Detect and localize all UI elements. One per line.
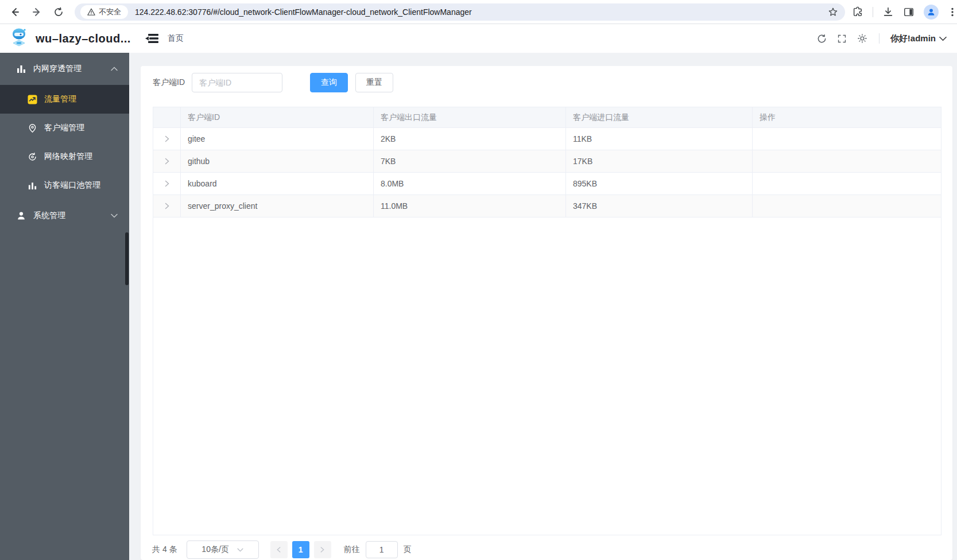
search-button[interactable]: 查询 (310, 73, 348, 92)
downloads-button[interactable] (882, 6, 894, 18)
table-row: gitee 2KB 11KB (153, 128, 941, 150)
bookmark-star-button[interactable] (828, 7, 838, 17)
header-divider (879, 33, 879, 44)
sidebar-group-label: 系统管理 (33, 211, 65, 221)
header-outbound-flow: 客户端出口流量 (374, 107, 566, 127)
flow-table: 客户端ID 客户端出口流量 客户端进口流量 操作 gitee 2KB 11KB … (153, 107, 941, 535)
sidebar-item-network-mapping[interactable]: 网络映射管理 (0, 142, 129, 171)
row-expand-button[interactable] (164, 180, 170, 187)
header-actions: 操作 (753, 107, 941, 127)
row-expand-button[interactable] (164, 135, 170, 142)
cell-outbound: 2KB (374, 128, 566, 150)
download-icon (882, 6, 894, 18)
sidebar-group-label: 内网穿透管理 (33, 64, 82, 74)
cell-inbound: 347KB (566, 195, 753, 217)
chevron-right-icon (320, 546, 325, 553)
chevron-down-icon (237, 548, 243, 552)
reset-button[interactable]: 重置 (355, 73, 393, 92)
url-text[interactable]: 124.222.48.62:30776/#/cloud_network-Clie… (135, 7, 828, 17)
sidebar-item-label: 客户端管理 (44, 123, 84, 133)
sidebar-item-client-manager[interactable]: 客户端管理 (0, 114, 129, 142)
sidebar-scrollbar-thumb[interactable] (125, 232, 129, 285)
bar-chart-icon (28, 181, 37, 190)
sidebar-item-flow-manager[interactable]: 流量管理 (0, 85, 129, 114)
address-bar[interactable]: 不安全 124.222.48.62:30776/#/cloud_network-… (75, 3, 845, 21)
app-title: wu–lazy–cloud... (36, 32, 131, 45)
header-client-id: 客户端ID (181, 107, 374, 127)
refresh-button[interactable] (816, 33, 828, 44)
next-page-button[interactable] (314, 541, 331, 558)
cell-actions (753, 150, 941, 172)
table-row: kuboard 8.0MB 895KB (153, 173, 941, 195)
chevron-left-icon (276, 546, 281, 553)
chevron-down-icon (939, 36, 947, 41)
reload-icon (53, 7, 64, 17)
sun-icon (857, 33, 867, 44)
user-icon (16, 211, 26, 221)
user-menu[interactable]: 你好!admin (890, 33, 947, 44)
row-expand-button[interactable] (164, 158, 170, 165)
sidebar-item-label: 网络映射管理 (44, 151, 92, 162)
browser-back-button[interactable] (8, 5, 22, 19)
chevron-down-icon (111, 213, 118, 218)
cell-actions (753, 128, 941, 150)
fullscreen-button[interactable] (836, 33, 848, 44)
cell-actions (753, 195, 941, 217)
not-secure-warning-icon (87, 8, 95, 16)
extensions-button[interactable] (852, 6, 863, 18)
cell-client-id: gitee (181, 128, 374, 150)
sidebar-collapse-button[interactable] (145, 32, 160, 45)
page-number-1[interactable]: 1 (292, 541, 309, 558)
back-arrow-icon (10, 7, 20, 17)
sidebar-item-visitor-port-pool[interactable]: 访客端口池管理 (0, 171, 129, 200)
star-icon (828, 7, 838, 17)
browser-actions (852, 5, 957, 20)
filter-bar: 客户端ID 查询 重置 (153, 73, 393, 92)
sidebar-group-system[interactable]: 系统管理 (0, 200, 129, 232)
header-expand-column (153, 107, 181, 127)
sidebar-item-label: 访客端口池管理 (44, 180, 100, 190)
cell-client-id: github (181, 150, 374, 172)
page-size-select[interactable]: 10条/页 (187, 540, 259, 559)
pagination-bar: 共 4 条 10条/页 1 前往 页 (152, 540, 412, 559)
main-content: 客户端ID 查询 重置 客户端ID 客户端出口流量 客户端进口流量 操作 git… (129, 53, 957, 560)
client-id-input[interactable] (192, 73, 282, 92)
cell-outbound: 7KB (374, 150, 566, 172)
chevron-right-icon (164, 180, 170, 187)
browser-forward-button[interactable] (30, 5, 44, 19)
goto-label: 前往 (344, 545, 360, 555)
content-card: 客户端ID 查询 重置 客户端ID 客户端出口流量 客户端进口流量 操作 git… (141, 66, 952, 560)
goto-unit: 页 (404, 545, 412, 555)
bar-chart-icon (16, 64, 26, 74)
profile-person-icon (927, 7, 936, 17)
three-dot-menu-icon (948, 7, 957, 17)
sidebar-group-intranet[interactable]: 内网穿透管理 (0, 53, 129, 85)
row-expand-button[interactable] (164, 203, 170, 209)
user-greeting: 你好!admin (890, 33, 936, 44)
extensions-puzzle-icon (852, 6, 863, 18)
breadcrumb[interactable]: 首页 (168, 33, 184, 44)
app-logo (8, 26, 30, 50)
browser-reload-button[interactable] (52, 5, 65, 19)
traffic-trend-icon (28, 95, 37, 104)
prev-page-button[interactable] (270, 541, 288, 558)
cell-actions (753, 173, 941, 195)
security-chip-label: 不安全 (99, 7, 121, 17)
theme-settings-button[interactable] (857, 33, 868, 44)
side-panel-icon (903, 6, 915, 18)
security-chip[interactable]: 不安全 (80, 5, 128, 19)
side-panel-button[interactable] (903, 6, 915, 18)
page-size-value: 10条/页 (202, 545, 228, 555)
table-empty-area (153, 217, 941, 535)
mapping-loop-icon (28, 152, 37, 162)
pagination-total: 共 4 条 (152, 545, 177, 555)
refresh-icon (816, 33, 827, 44)
browser-menu-button[interactable] (948, 7, 957, 17)
table-row: server_proxy_client 11.0MB 347KB (153, 195, 941, 217)
app-header: wu–lazy–cloud... 首页 你好!admin (0, 24, 957, 53)
table-header-row: 客户端ID 客户端出口流量 客户端进口流量 操作 (153, 107, 941, 128)
goto-page-input[interactable] (366, 541, 398, 558)
chevron-up-icon (111, 67, 118, 71)
chevron-right-icon (164, 135, 170, 142)
browser-profile-avatar[interactable] (924, 5, 939, 20)
